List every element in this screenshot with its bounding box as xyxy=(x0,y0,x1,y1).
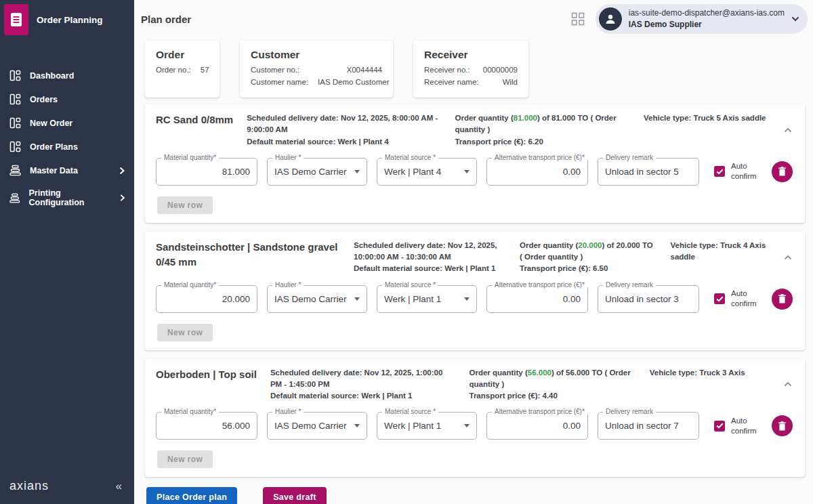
dropdown-caret-icon xyxy=(354,297,360,301)
new-row-button[interactable]: New row xyxy=(157,324,213,341)
alternative-transport-price-field[interactable]: Alternative transport price (€)* xyxy=(486,158,588,186)
sidebar-item-new-order[interactable]: New Order xyxy=(0,111,134,135)
delete-row-button[interactable] xyxy=(772,161,793,182)
check-icon xyxy=(716,296,724,302)
haulier-value: IAS Demo Carrier xyxy=(274,294,349,304)
alternative-transport-price-field[interactable]: Alternative transport price (€)* xyxy=(486,412,588,440)
delivery-remark-field[interactable]: Delivery remark xyxy=(598,412,699,440)
material-quantity-input[interactable] xyxy=(163,294,250,304)
order-quantity-value: 81.000 xyxy=(514,114,537,122)
sidebar-item-master-data[interactable]: Master Data xyxy=(0,159,134,182)
new-row-button[interactable]: New row xyxy=(157,196,213,214)
auto-confirm-checkbox[interactable] xyxy=(714,166,725,177)
stack-icon xyxy=(9,192,20,204)
delete-row-button[interactable] xyxy=(772,415,793,436)
haulier-select[interactable]: Haulier * IAS Demo Carrier xyxy=(267,412,367,440)
alternative-transport-price-field[interactable]: Alternative transport price (€)* xyxy=(486,285,588,313)
auto-confirm-control: Auto confirm xyxy=(714,289,762,309)
summary-cards: Order Order no.:57 Customer Customer no.… xyxy=(145,41,805,98)
material-quantity-field[interactable]: Material quantity* xyxy=(156,285,257,313)
app-logo[interactable] xyxy=(4,4,28,35)
auto-confirm-control: Auto confirm xyxy=(714,416,762,436)
axians-logo: axians xyxy=(9,479,49,493)
delivery-remark-input[interactable] xyxy=(605,294,692,304)
material-quantity-field[interactable]: Material quantity* xyxy=(156,412,257,440)
delivery-remark-input[interactable] xyxy=(605,421,692,431)
position-row: Material quantity* Haulier * IAS Demo Ca… xyxy=(156,412,795,440)
order-quantity-value: 20.000 xyxy=(578,241,602,249)
haulier-value: IAS Demo Carrier xyxy=(274,421,349,431)
chevron-right-icon xyxy=(119,167,125,175)
trash-icon xyxy=(778,421,787,431)
app-title: Order Planning xyxy=(37,15,103,25)
haulier-select[interactable]: Haulier * IAS Demo Carrier xyxy=(267,158,367,186)
dropdown-caret-icon xyxy=(464,170,470,173)
chevron-up-icon xyxy=(784,127,792,133)
material-source-select[interactable]: Material source * Werk | Plant 1 xyxy=(377,285,477,313)
save-draft-button[interactable]: Save draft xyxy=(263,487,326,504)
alternative-transport-price-input[interactable] xyxy=(494,167,581,177)
scheduled-delivery-date: Scheduled delivery date: Nov 12, 2025, 1… xyxy=(270,367,456,391)
material-quantity-input[interactable] xyxy=(163,421,250,431)
delete-row-button[interactable] xyxy=(772,289,793,310)
order-quantity-line: Order quantity (56.000) of 56.000 TO ( O… xyxy=(470,367,636,391)
trash-icon xyxy=(778,294,787,303)
default-material-source: Default material source: Werk | Plant 1 xyxy=(270,390,456,402)
field-label: Customer no.: xyxy=(251,64,299,77)
person-icon xyxy=(604,12,617,26)
topbar: Plan order ias-suite-demo-dispatcher@axi… xyxy=(134,0,813,38)
auto-confirm-checkbox[interactable] xyxy=(714,293,725,304)
sidebar-item-orders[interactable]: Orders xyxy=(0,87,134,111)
auto-confirm-checkbox[interactable] xyxy=(714,421,725,432)
sidebar-item-label: Order Plans xyxy=(30,142,78,152)
sidebar-item-order-plans[interactable]: Order Plans xyxy=(0,135,134,159)
auto-confirm-control: Auto confirm xyxy=(714,161,762,182)
trash-icon xyxy=(778,167,787,176)
delivery-remark-label: Delivery remark xyxy=(603,281,656,289)
avatar xyxy=(599,7,622,30)
alternative-transport-price-input[interactable] xyxy=(494,421,581,431)
section-header: Sandsteinschotter | Sandstone gravel 0/4… xyxy=(156,240,795,275)
sidebar-item-printing-configuration[interactable]: Printing Configuration xyxy=(0,182,134,213)
material-source-select[interactable]: Material source * Werk | Plant 1 xyxy=(377,412,477,440)
place-order-plan-button[interactable]: Place Order plan xyxy=(146,487,237,504)
sidebar-item-dashboard[interactable]: Dashboard xyxy=(0,64,134,87)
scheduled-delivery-date: Scheduled delivery date: Nov 12, 2025, 8… xyxy=(247,112,441,136)
sidebar-item-label: Master Data xyxy=(30,166,78,175)
material-source-label: Material source * xyxy=(382,408,438,415)
collapse-section-button[interactable] xyxy=(780,240,795,275)
collapse-section-button[interactable] xyxy=(780,112,795,148)
alternative-transport-price-label: Alternative transport price (€)* xyxy=(492,281,587,289)
delivery-remark-input[interactable] xyxy=(605,167,692,177)
material-quantity-label: Material quantity* xyxy=(161,408,219,415)
material-source-select[interactable]: Material source * Werk | Plant 4 xyxy=(377,158,477,186)
field-value: 00000009 xyxy=(483,64,518,77)
collapse-section-button[interactable] xyxy=(780,367,795,402)
sidebar-collapse-button[interactable]: « xyxy=(116,480,122,493)
apps-grid-icon[interactable] xyxy=(571,12,585,26)
delivery-remark-field[interactable]: Delivery remark xyxy=(598,285,699,313)
material-title: Sandsteinschotter | Sandstone gravel 0/4… xyxy=(156,240,340,275)
delivery-info: Scheduled delivery date: Nov 12, 2025, 1… xyxy=(270,367,456,402)
dropdown-caret-icon xyxy=(354,424,360,427)
auto-confirm-label: Auto confirm xyxy=(731,161,762,182)
haulier-label: Haulier * xyxy=(272,154,304,161)
material-quantity-field[interactable]: Material quantity* xyxy=(156,158,257,186)
new-row-button[interactable]: New row xyxy=(157,450,213,468)
material-quantity-input[interactable] xyxy=(163,167,250,177)
customer-card: Customer Customer no.:X0044444 Customer … xyxy=(240,41,393,98)
material-title: Oberboden | Top soil xyxy=(156,367,257,402)
field-value: X0044444 xyxy=(347,64,382,77)
order-position-card: Sandsteinschotter | Sandstone gravel 0/4… xyxy=(145,232,805,350)
default-material-source: Default material source: Werk | Plant 1 xyxy=(354,263,506,274)
haulier-label: Haulier * xyxy=(272,408,304,415)
haulier-select[interactable]: Haulier * IAS Demo Carrier xyxy=(267,285,367,313)
field-label: Order no.: xyxy=(156,64,191,77)
user-menu[interactable]: ias-suite-demo-dispatcher@axians-ias.com… xyxy=(596,4,808,34)
vehicle-type: Vehicle type: Truck 3 Axis xyxy=(650,367,767,402)
check-icon xyxy=(716,423,724,429)
sidebar-item-label: New Order xyxy=(30,119,72,128)
delivery-remark-field[interactable]: Delivery remark xyxy=(598,158,699,186)
field-label: Receiver no.: xyxy=(424,64,470,77)
alternative-transport-price-input[interactable] xyxy=(494,294,581,304)
